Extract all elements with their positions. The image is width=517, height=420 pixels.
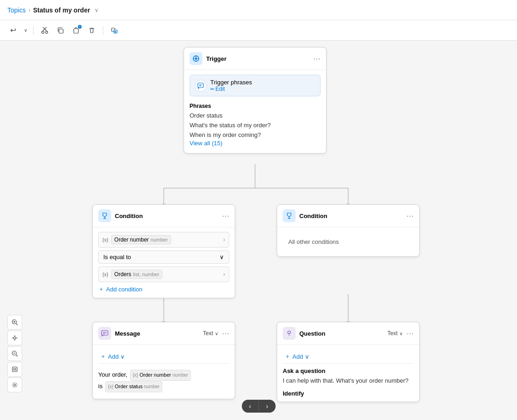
- condition-left-icon: [98, 209, 111, 222]
- view-all-link[interactable]: View all (15): [190, 140, 222, 147]
- message-add-button[interactable]: ＋ Add ∨: [98, 349, 229, 364]
- trigger-phrases-box: Trigger phrases ✏ Edit: [190, 75, 321, 96]
- more-button[interactable]: [107, 23, 122, 38]
- trigger-phrases-info: Trigger phrases ✏ Edit: [210, 79, 252, 92]
- question-node: Question Text ∨ ⋯ ＋ Add ∨ Ask a question…: [277, 322, 420, 402]
- message-content: Your order, {x} Order number number is {…: [98, 367, 229, 394]
- condition-tag-3: Orders list, number: [111, 270, 163, 279]
- settings-button[interactable]: [7, 378, 22, 392]
- message-type-label: Text: [203, 330, 213, 337]
- undo-button[interactable]: ↩: [6, 23, 20, 38]
- message-order-number-tag: {x} Order number number: [130, 370, 191, 381]
- breadcrumb-chevron-icon[interactable]: ∨: [95, 7, 99, 13]
- svg-point-43: [14, 337, 16, 339]
- condition-right-node: Condition ⋯ All other conditions: [277, 204, 420, 257]
- condition-arrow-1: ›: [223, 237, 225, 243]
- cut-button[interactable]: [37, 23, 52, 38]
- condition-left-body: {x} Order number number › Is equal to ∨ …: [93, 227, 235, 298]
- svg-point-21: [195, 58, 197, 60]
- message-type-chevron-icon: ∨: [215, 331, 218, 336]
- toolbar-sep-2: [103, 26, 103, 35]
- question-type-badge[interactable]: Text ∨: [387, 330, 403, 337]
- message-title: Message: [115, 330, 199, 337]
- svg-point-53: [14, 384, 16, 386]
- message-add-chevron-icon: ∨: [120, 353, 125, 360]
- canvas: Trigger ⋯ Trigger phrases ✏ Edit Phrases…: [0, 41, 517, 420]
- svg-rect-51: [12, 367, 17, 372]
- trigger-edit-link[interactable]: ✏ Edit: [210, 86, 252, 92]
- svg-point-36: [288, 331, 291, 334]
- condition-left-title: Condition: [115, 213, 218, 219]
- all-other-conditions-text: All other conditions: [283, 232, 414, 252]
- svg-rect-52: [14, 368, 16, 370]
- trigger-menu-icon[interactable]: ⋯: [313, 54, 321, 63]
- message-tag1-type: number: [172, 371, 188, 379]
- message-node: Message Text ∨ ⋯ ＋ Add ∨ Your order, {x}…: [92, 322, 235, 399]
- message-icon: [98, 327, 111, 340]
- nav-right-button[interactable]: ›: [259, 400, 275, 413]
- trigger-phrases-icon: [195, 80, 207, 92]
- message-node-header: Message Text ∨ ⋯: [93, 322, 235, 345]
- message-tag1-text: Order number: [139, 371, 171, 380]
- condition-right-menu-icon[interactable]: ⋯: [406, 212, 414, 220]
- breadcrumb-bar: Topics › Status of my order ∨: [0, 0, 517, 20]
- zoom-out-alt-button[interactable]: [7, 362, 22, 377]
- svg-rect-26: [198, 83, 203, 88]
- question-add-plus-icon: ＋: [285, 352, 291, 361]
- delete-button[interactable]: [84, 23, 99, 38]
- add-condition-label: Add condition: [106, 286, 143, 293]
- message-body: ＋ Add ∨ Your order, {x} Order number num…: [93, 345, 235, 399]
- question-add-button[interactable]: ＋ Add ∨: [283, 349, 414, 364]
- svg-line-40: [16, 324, 18, 325]
- breadcrumb-sep-1: ›: [29, 7, 30, 13]
- breadcrumb-topics[interactable]: Topics: [7, 6, 26, 14]
- trigger-phrases-label: Trigger phrases: [210, 79, 252, 86]
- question-menu-icon[interactable]: ⋯: [406, 329, 414, 338]
- condition-select-row[interactable]: Is equal to ∨: [98, 250, 229, 264]
- toolbar-sep-1: [33, 26, 34, 35]
- trigger-node: Trigger ⋯ Trigger phrases ✏ Edit Phrases…: [184, 47, 327, 154]
- message-menu-icon[interactable]: ⋯: [222, 329, 229, 338]
- pencil-icon: ✏: [210, 86, 214, 92]
- phrases-section: Phrases Order status What's the status o…: [190, 101, 321, 148]
- question-icon: [283, 327, 296, 340]
- paste-button[interactable]: +: [69, 23, 83, 38]
- condition-tag-1: Order number number: [111, 235, 171, 244]
- message-tag2-type: number: [144, 383, 160, 391]
- phrases-title: Phrases: [190, 103, 321, 109]
- question-add-label: Add: [292, 353, 303, 360]
- condition-arrow-3: ›: [223, 271, 225, 278]
- identify-title: Identify: [283, 390, 414, 397]
- condition-equals-text: Is equal to: [103, 254, 131, 260]
- nav-left-button[interactable]: ‹: [242, 400, 258, 413]
- phrase-2: What's the status of my order?: [190, 121, 321, 130]
- undo-dropdown-button[interactable]: ∨: [21, 23, 30, 38]
- condition-row-1[interactable]: {x} Order number number ›: [98, 232, 229, 248]
- trigger-node-header: Trigger ⋯: [184, 47, 326, 70]
- trigger-icon: [190, 52, 202, 65]
- message-tag1-icon: {x}: [133, 371, 138, 379]
- svg-rect-33: [101, 331, 108, 335]
- ask-question-text: I can help with that. What's your order …: [283, 376, 414, 385]
- condition-left-menu-icon[interactable]: ⋯: [222, 212, 229, 220]
- phrase-1: Order status: [190, 111, 321, 121]
- svg-line-49: [16, 355, 18, 357]
- question-node-header: Question Text ∨ ⋯: [277, 322, 419, 345]
- condition-var-icon-3: {x}: [102, 272, 108, 277]
- copy-button[interactable]: [53, 23, 68, 38]
- condition-right-header: Condition ⋯: [277, 205, 419, 227]
- message-type-badge[interactable]: Text ∨: [203, 330, 218, 337]
- nav-arrows: ‹ ›: [242, 400, 275, 413]
- condition-select-chevron: ∨: [220, 254, 224, 260]
- question-body: ＋ Add ∨ Ask a question I can help with t…: [277, 345, 419, 402]
- location-button[interactable]: [7, 331, 22, 345]
- zoom-out-button[interactable]: [7, 346, 22, 361]
- condition-left-node: Condition ⋯ {x} Order number number › Is…: [92, 204, 235, 298]
- zoom-in-button[interactable]: [7, 315, 22, 330]
- add-condition-button[interactable]: ＋ Add condition: [98, 285, 229, 293]
- message-middle-text: is: [98, 383, 102, 390]
- ask-question-title: Ask a question: [283, 367, 414, 374]
- trigger-body: Trigger phrases ✏ Edit Phrases Order sta…: [184, 70, 326, 153]
- condition-row-3[interactable]: {x} Orders list, number ›: [98, 266, 229, 282]
- trigger-title: Trigger: [206, 55, 309, 62]
